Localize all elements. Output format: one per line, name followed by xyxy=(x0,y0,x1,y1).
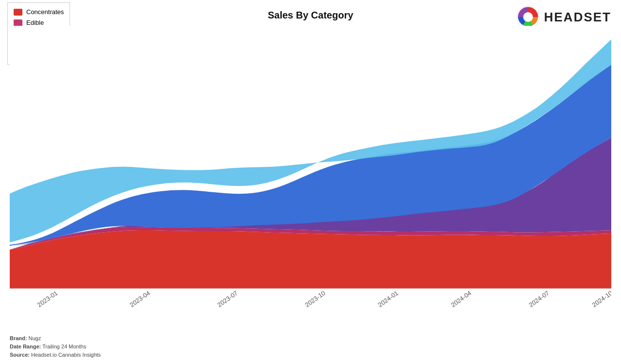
footer-date: Date Range: Trailing 24 Months xyxy=(10,343,101,351)
concentrates-area xyxy=(10,230,611,289)
legend-item-concentrates: Concentrates xyxy=(14,7,64,18)
source-value: Headset.io Cannabis Insights xyxy=(31,352,101,358)
xaxis-label-2024-10: 2024-10 xyxy=(591,289,611,308)
source-label: Source: xyxy=(10,352,30,358)
chart-area: 2023-01 2023-04 2023-07 2023-10 2024-01 … xyxy=(10,26,611,308)
main-chart-svg: 2023-01 2023-04 2023-07 2023-10 2024-01 … xyxy=(10,26,611,308)
xaxis-label-2023-01: 2023-01 xyxy=(36,289,59,308)
xaxis-label-2023-10: 2023-10 xyxy=(304,289,327,308)
chart-footer: Brand: Nugz Date Range: Trailing 24 Mont… xyxy=(10,334,101,359)
legend-label-concentrates: Concentrates xyxy=(26,7,64,18)
chart-container: Sales By Category HEADSET Concentrates xyxy=(0,0,621,364)
xaxis-label-2023-07: 2023-07 xyxy=(216,289,239,308)
footer-brand: Brand: Nugz xyxy=(10,334,101,343)
brand-value: Nugz xyxy=(29,335,41,341)
xaxis-label-2024-04: 2024-04 xyxy=(450,289,473,308)
footer-source: Source: Headset.io Cannabis Insights xyxy=(10,351,101,359)
legend-color-edible xyxy=(14,19,22,26)
xaxis-label-2023-04: 2023-04 xyxy=(128,289,152,308)
date-value: Trailing 24 Months xyxy=(42,344,86,349)
logo-text: HEADSET xyxy=(544,10,611,25)
date-label: Date Range: xyxy=(10,344,41,349)
xaxis-label-2024-07: 2024-07 xyxy=(528,289,551,308)
svg-point-1 xyxy=(523,12,533,22)
legend-color-concentrates xyxy=(14,9,22,16)
xaxis-label-2024-01: 2024-01 xyxy=(377,289,400,308)
brand-label: Brand: xyxy=(10,335,27,341)
